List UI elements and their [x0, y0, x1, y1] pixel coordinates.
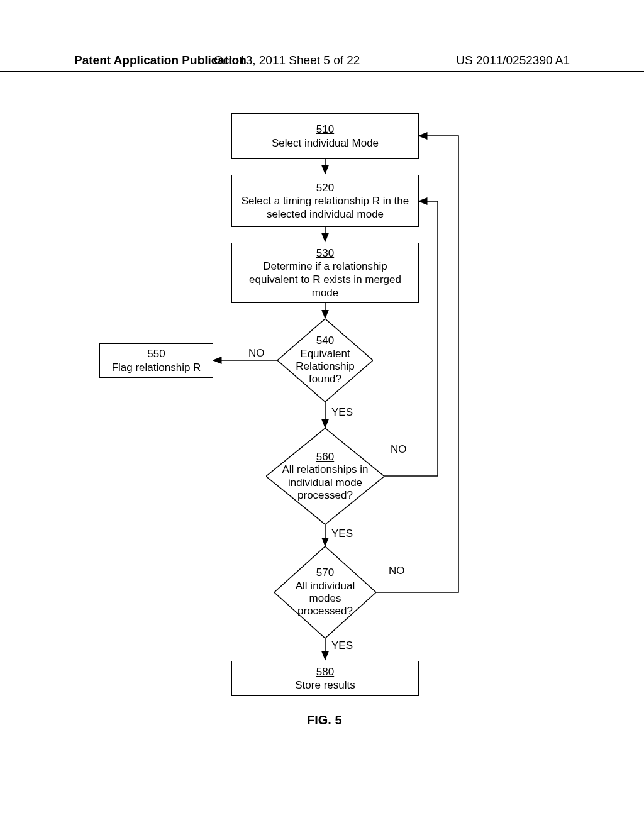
- box-520-text: Select a timing relationship R in the se…: [232, 194, 418, 221]
- label-yes-540: YES: [331, 406, 353, 419]
- box-580-num: 580: [316, 665, 334, 678]
- diamond-560: 560 All relationships in individual mode…: [266, 428, 384, 524]
- label-yes-560: YES: [331, 528, 353, 540]
- header-center: Oct. 13, 2011 Sheet 5 of 22: [214, 53, 360, 67]
- diamond-560-text: All relationships in individual mode pro…: [282, 463, 368, 501]
- box-530-num: 530: [316, 246, 334, 260]
- label-no-540: NO: [248, 347, 265, 360]
- box-550-text: Flag relationship R: [112, 361, 201, 374]
- box-550-num: 550: [147, 347, 165, 360]
- diamond-540-text: Equivalent Relationship found?: [296, 348, 355, 385]
- diamond-540: 540 Equivalent Relationship found?: [277, 319, 373, 402]
- figure-caption: FIG. 5: [307, 713, 342, 728]
- box-520-num: 520: [316, 181, 334, 194]
- label-no-570: NO: [389, 565, 405, 577]
- box-550: 550 Flag relationship R: [99, 343, 213, 378]
- box-510-text: Select individual Mode: [272, 136, 379, 150]
- flowchart-container: 510 Select individual Mode 520 Select a …: [0, 72, 644, 763]
- page-header: Patent Application Publication Oct. 13, …: [0, 0, 644, 72]
- diamond-570: 570 All individual modes processed?: [274, 546, 376, 638]
- label-yes-570: YES: [331, 639, 353, 652]
- box-530-text: Determine if a relationship equivalent t…: [232, 260, 418, 300]
- diamond-570-num: 570: [316, 567, 334, 578]
- box-580: 580 Store results: [231, 661, 419, 696]
- label-no-560: NO: [391, 443, 407, 456]
- box-510-num: 510: [316, 123, 334, 136]
- box-520: 520 Select a timing relationship R in th…: [231, 175, 419, 227]
- diamond-540-num: 540: [316, 335, 334, 346]
- box-510: 510 Select individual Mode: [231, 113, 419, 159]
- header-right: US 2011/0252390 A1: [456, 53, 570, 67]
- box-580-text: Store results: [295, 678, 355, 692]
- diamond-570-text: All individual modes processed?: [296, 580, 355, 617]
- box-530: 530 Determine if a relationship equivale…: [231, 243, 419, 303]
- diamond-560-num: 560: [316, 451, 334, 463]
